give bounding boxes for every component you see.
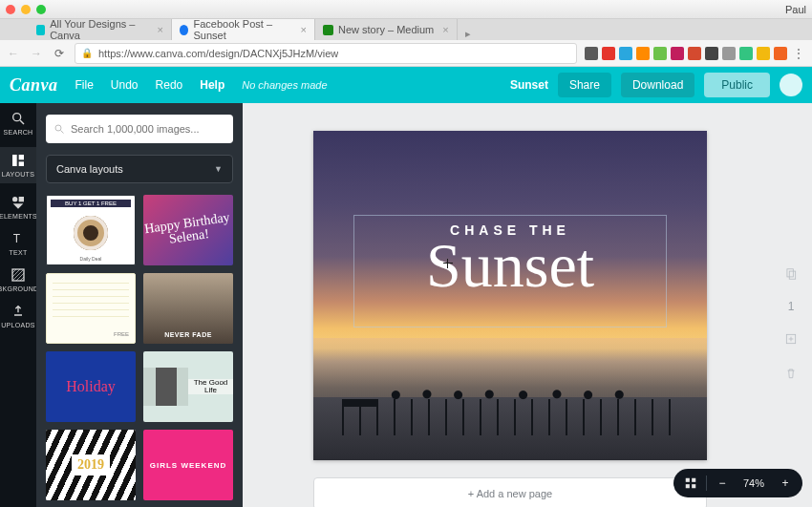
layouts-panel: Canva layouts ▼ BUY 1 GET 1 FREE Daily D… [36, 103, 243, 507]
rail-label: BKGROUND [0, 285, 38, 292]
extension-icon[interactable] [619, 47, 632, 60]
template-text: Daily Deal [80, 256, 102, 262]
share-button[interactable]: Share [558, 73, 611, 97]
download-button[interactable]: Download [621, 73, 694, 97]
extension-icon[interactable] [636, 47, 650, 60]
search-field[interactable] [71, 123, 225, 135]
favicon-facebook-icon [180, 25, 188, 35]
forward-button[interactable]: → [29, 47, 44, 60]
browser-tab[interactable]: All Your Designs – Canva × [29, 19, 172, 40]
menu-file[interactable]: File [75, 78, 94, 92]
canvas-area[interactable]: CHASE THE Sunset 1 [243, 103, 812, 507]
browser-tab[interactable]: New story – Medium × [315, 19, 458, 40]
add-page-button[interactable] [782, 330, 800, 348]
extension-icon[interactable] [688, 47, 701, 60]
browser-tab[interactable]: Facebook Post – Sunset × [172, 19, 315, 40]
coffee-cup-icon [74, 216, 108, 250]
template-card[interactable]: Holiday [46, 351, 136, 422]
text-element[interactable]: Sunset [313, 234, 707, 297]
add-new-page-button[interactable]: + Add a new page [313, 477, 707, 507]
zoom-in-button[interactable]: + [774, 472, 797, 495]
document-name[interactable]: Sunset [510, 78, 548, 92]
rail-label: UPLOADS [1, 322, 35, 328]
template-card[interactable]: Happy Birthday Selena! [143, 195, 233, 265]
extension-icon[interactable] [705, 47, 718, 60]
close-tab-button[interactable]: × [442, 24, 448, 35]
rail-uploads[interactable]: UPLOADS [0, 304, 36, 328]
rail-label: SEARCH [4, 129, 33, 136]
template-card[interactable]: BUY 1 GET 1 FREE Daily Deal [46, 195, 136, 265]
browser-extensions: ⋮ [585, 47, 806, 60]
extension-icon[interactable] [602, 47, 615, 60]
extension-icon[interactable] [585, 47, 598, 60]
chevron-down-icon: ▼ [214, 164, 223, 174]
layouts-icon [11, 153, 26, 168]
address-bar[interactable]: 🔒 https://www.canva.com/design/DACNXj5JH… [75, 43, 577, 64]
reload-button[interactable]: ⟳ [52, 47, 67, 60]
grid-view-button[interactable] [679, 472, 702, 495]
zoom-window-button[interactable] [36, 5, 46, 14]
grid-icon [684, 476, 697, 490]
template-card[interactable]: GIRLS WEEKEND [143, 430, 233, 500]
template-card[interactable]: FREE [46, 273, 136, 344]
favicon-medium-icon [323, 25, 333, 35]
rail-layouts[interactable]: LAYOUTS [0, 147, 36, 183]
silhouette-icon [156, 368, 177, 406]
extension-icon[interactable] [653, 47, 667, 60]
template-grid: BUY 1 GET 1 FREE Daily Deal Happy Birthd… [46, 195, 233, 500]
template-card[interactable]: The Good Life [143, 351, 233, 422]
menu-redo[interactable]: Redo [156, 78, 183, 92]
zoom-control: − 74% + [673, 469, 802, 497]
tab-title: All Your Designs – Canva [50, 18, 148, 41]
template-card[interactable]: 2019 [46, 430, 136, 500]
browser-toolbar: ← → ⟳ 🔒 https://www.canva.com/design/DAC… [0, 40, 812, 67]
extension-icon[interactable] [774, 47, 787, 60]
template-card[interactable]: NEVER FADE [143, 273, 233, 344]
save-status: No changes made [242, 79, 327, 91]
menu-help[interactable]: Help [200, 78, 224, 92]
new-tab-button[interactable]: ▸ [458, 28, 479, 40]
extension-icon[interactable] [722, 47, 736, 60]
app-topbar: Canva File Undo Redo Help No changes mad… [0, 67, 812, 103]
window-controls [6, 5, 46, 14]
copy-page-button[interactable] [782, 265, 800, 283]
close-window-button[interactable] [6, 5, 15, 14]
rail-label: TEXT [9, 249, 27, 256]
public-button[interactable]: Public [704, 73, 770, 97]
back-button[interactable]: ← [6, 47, 21, 60]
rail-background[interactable]: BKGROUND [0, 267, 36, 292]
user-avatar[interactable] [780, 74, 802, 96]
search-icon [53, 123, 65, 135]
tool-rail: SEARCH LAYOUTS ELEMENTS T TEXT BKGROUND … [0, 103, 36, 507]
chrome-menu-button[interactable]: ⋮ [791, 47, 806, 60]
svg-line-1 [20, 120, 24, 124]
rail-elements[interactable]: ELEMENTS [0, 195, 36, 220]
template-text: Happy Birthday Selena! [143, 211, 233, 250]
extension-icon[interactable] [757, 47, 770, 60]
artboard-page-1[interactable]: CHASE THE Sunset [313, 131, 707, 460]
rail-label: LAYOUTS [2, 171, 34, 178]
close-tab-button[interactable]: × [158, 24, 163, 35]
site-info-icon[interactable]: 🔒 [81, 48, 93, 58]
svg-rect-6 [19, 197, 24, 201]
svg-rect-18 [686, 478, 690, 482]
search-input[interactable] [46, 115, 233, 143]
template-text: BUY 1 GET 1 FREE [51, 200, 131, 207]
menu-undo[interactable]: Undo [111, 78, 139, 92]
extension-icon[interactable] [671, 47, 684, 60]
close-tab-button[interactable]: × [301, 24, 307, 35]
svg-rect-2 [12, 155, 17, 166]
rail-text[interactable]: T TEXT [0, 231, 36, 256]
layout-category-select[interactable]: Canva layouts ▼ [46, 155, 233, 183]
svg-rect-13 [787, 269, 793, 277]
svg-marker-7 [13, 203, 24, 208]
rail-search[interactable]: SEARCH [0, 111, 36, 136]
extension-icon[interactable] [739, 47, 753, 60]
delete-page-button[interactable] [782, 365, 800, 382]
zoom-out-button[interactable]: − [711, 472, 734, 495]
minimize-window-button[interactable] [21, 5, 31, 14]
zoom-percent[interactable]: 74% [737, 477, 770, 489]
template-text: Holiday [66, 378, 116, 395]
canva-logo[interactable]: Canva [10, 75, 58, 95]
pier-silhouette [342, 378, 678, 435]
